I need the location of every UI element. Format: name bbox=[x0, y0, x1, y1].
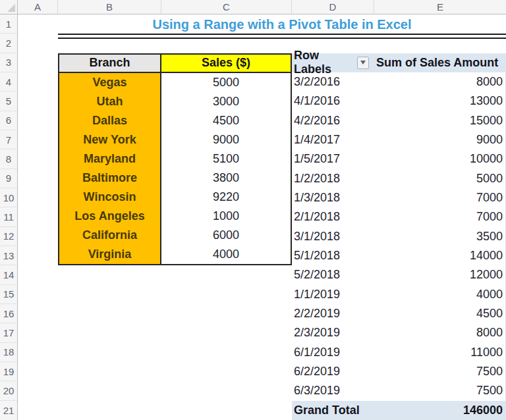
row-header[interactable]: 4 bbox=[0, 72, 17, 92]
sales-cell[interactable]: 4000 bbox=[161, 245, 291, 264]
amount-cell[interactable]: 7000 bbox=[374, 210, 506, 224]
table-row: 6/2/2019 7500 bbox=[292, 362, 506, 381]
row-header[interactable]: 1 bbox=[0, 14, 17, 34]
row-header[interactable]: 15 bbox=[0, 285, 17, 304]
date-cell[interactable]: 6/2/2019 bbox=[292, 365, 374, 379]
amount-cell[interactable]: 7000 bbox=[374, 191, 506, 205]
sheet-title-cell[interactable]: Using a Range with a Pivot Table in Exce… bbox=[58, 14, 506, 34]
date-cell[interactable]: 4/2/2016 bbox=[292, 114, 374, 128]
amount-cell[interactable]: 15000 bbox=[374, 114, 506, 128]
date-cell[interactable]: 1/3/2018 bbox=[292, 191, 374, 205]
table-row: 2/2/2019 4500 bbox=[292, 304, 506, 323]
branch-cell[interactable]: New York bbox=[59, 130, 161, 149]
date-cell[interactable]: 5/1/2018 bbox=[292, 249, 374, 263]
row-header[interactable]: 21 bbox=[0, 401, 17, 420]
amount-cell[interactable]: 14000 bbox=[374, 249, 506, 263]
branch-cell[interactable]: Maryland bbox=[59, 149, 161, 169]
branch-cell[interactable]: Dallas bbox=[59, 111, 161, 130]
date-cell[interactable]: 4/1/2016 bbox=[292, 94, 374, 108]
table-row: 3/1/2018 3500 bbox=[292, 227, 506, 246]
sales-cell[interactable]: 1000 bbox=[161, 207, 291, 226]
column-header-e[interactable]: E bbox=[374, 0, 506, 14]
select-all-button[interactable] bbox=[0, 0, 18, 14]
sales-header-cell[interactable]: Sales ($) bbox=[161, 55, 291, 72]
row-labels-filter-button[interactable] bbox=[357, 57, 369, 69]
branch-cell[interactable]: California bbox=[59, 226, 161, 245]
column-header-a[interactable]: A bbox=[18, 0, 58, 14]
sales-cell[interactable]: 4500 bbox=[161, 111, 291, 130]
sales-cell[interactable]: 5100 bbox=[161, 149, 291, 169]
branch-cell[interactable]: Baltimore bbox=[59, 169, 161, 188]
column-header-b[interactable]: B bbox=[58, 0, 161, 14]
grand-total-label-cell[interactable]: Grand Total bbox=[292, 404, 374, 417]
amount-cell[interactable]: 9000 bbox=[374, 133, 506, 147]
branch-cell[interactable]: Los Angeles bbox=[59, 207, 161, 226]
row-header[interactable]: 18 bbox=[0, 343, 17, 362]
row-labels-header-cell[interactable]: Row Labels bbox=[292, 53, 374, 72]
sales-cell[interactable]: 3800 bbox=[161, 169, 291, 188]
amount-cell[interactable]: 3500 bbox=[374, 230, 506, 244]
table-row: Los Angeles 1000 bbox=[59, 207, 291, 226]
branch-sales-table: Branch Sales ($) Vegas 5000 Utah 3000 bbox=[58, 53, 292, 266]
sales-cell[interactable]: 9220 bbox=[161, 188, 291, 207]
amount-cell[interactable]: 4000 bbox=[374, 288, 506, 302]
grand-total-value-cell[interactable]: 146000 bbox=[374, 404, 506, 417]
row-header[interactable]: 19 bbox=[0, 362, 17, 381]
row-header[interactable]: 17 bbox=[0, 323, 17, 342]
column-header-d[interactable]: D bbox=[292, 0, 374, 14]
row-header[interactable]: 7 bbox=[0, 130, 17, 149]
amount-cell[interactable]: 8000 bbox=[374, 75, 506, 89]
row-header[interactable]: 9 bbox=[0, 169, 17, 188]
date-cell[interactable]: 2/2/2019 bbox=[292, 307, 374, 321]
date-cell[interactable]: 1/1/2019 bbox=[292, 288, 374, 302]
row-header[interactable]: 12 bbox=[0, 227, 17, 246]
row-header[interactable]: 3 bbox=[0, 53, 17, 72]
sales-cell[interactable]: 3000 bbox=[161, 92, 291, 111]
column-header-c[interactable]: C bbox=[161, 0, 292, 14]
branch-cell[interactable]: Virginia bbox=[59, 245, 161, 264]
branch-cell[interactable]: Wincosin bbox=[59, 188, 161, 207]
amount-cell[interactable]: 7500 bbox=[374, 365, 506, 379]
row-header[interactable]: 2 bbox=[0, 34, 17, 53]
pivot-table: Row Labels Sum of Sales Amount 3/2/2016 … bbox=[292, 53, 506, 420]
date-cell[interactable]: 1/2/2018 bbox=[292, 172, 374, 186]
sales-cell[interactable]: 9000 bbox=[161, 130, 291, 149]
date-cell[interactable]: 5/2/2018 bbox=[292, 268, 374, 282]
date-cell[interactable]: 1/4/2017 bbox=[292, 133, 374, 147]
amount-cell[interactable]: 12000 bbox=[374, 268, 506, 282]
grand-total-row: Grand Total 146000 bbox=[292, 401, 506, 420]
row-header[interactable]: 13 bbox=[0, 246, 17, 265]
branch-cell[interactable]: Vegas bbox=[59, 73, 161, 92]
row-header[interactable]: 8 bbox=[0, 149, 17, 169]
amount-cell[interactable]: 8000 bbox=[374, 326, 506, 340]
row-header[interactable]: 16 bbox=[0, 304, 17, 323]
row-header[interactable]: 14 bbox=[0, 265, 17, 284]
sales-cell[interactable]: 5000 bbox=[161, 73, 291, 92]
branch-cell[interactable]: Utah bbox=[59, 92, 161, 111]
date-cell[interactable]: 3/2/2016 bbox=[292, 75, 374, 89]
date-cell[interactable]: 1/5/2017 bbox=[292, 152, 374, 166]
sales-cell[interactable]: 6000 bbox=[161, 226, 291, 245]
amount-cell[interactable]: 4500 bbox=[374, 307, 506, 321]
amount-cell[interactable]: 10000 bbox=[374, 152, 506, 166]
date-cell[interactable]: 3/1/2018 bbox=[292, 230, 374, 244]
branch-header-cell[interactable]: Branch bbox=[59, 55, 161, 72]
branch-table-header-row: Branch Sales ($) bbox=[59, 55, 291, 73]
row-header[interactable]: 11 bbox=[0, 207, 17, 226]
amount-cell[interactable]: 11000 bbox=[374, 346, 506, 359]
date-cell[interactable]: 2/3/2019 bbox=[292, 326, 374, 340]
date-cell[interactable]: 6/3/2019 bbox=[292, 384, 374, 398]
amount-cell[interactable]: 5000 bbox=[374, 172, 506, 186]
row-header[interactable]: 10 bbox=[0, 188, 17, 207]
row-header[interactable]: 6 bbox=[0, 111, 17, 130]
amount-cell[interactable]: 13000 bbox=[374, 94, 506, 108]
table-row: 3/2/2016 8000 bbox=[292, 72, 506, 92]
amount-cell[interactable]: 7500 bbox=[374, 384, 506, 398]
row-header[interactable]: 5 bbox=[0, 92, 17, 111]
sum-of-sales-header-cell[interactable]: Sum of Sales Amount bbox=[374, 56, 506, 70]
row-header[interactable]: 20 bbox=[0, 381, 17, 400]
table-row: 1/5/2017 10000 bbox=[292, 149, 506, 169]
date-cell[interactable]: 2/1/2018 bbox=[292, 210, 374, 224]
table-row: 1/1/2019 4000 bbox=[292, 285, 506, 304]
date-cell[interactable]: 6/1/2019 bbox=[292, 346, 374, 359]
